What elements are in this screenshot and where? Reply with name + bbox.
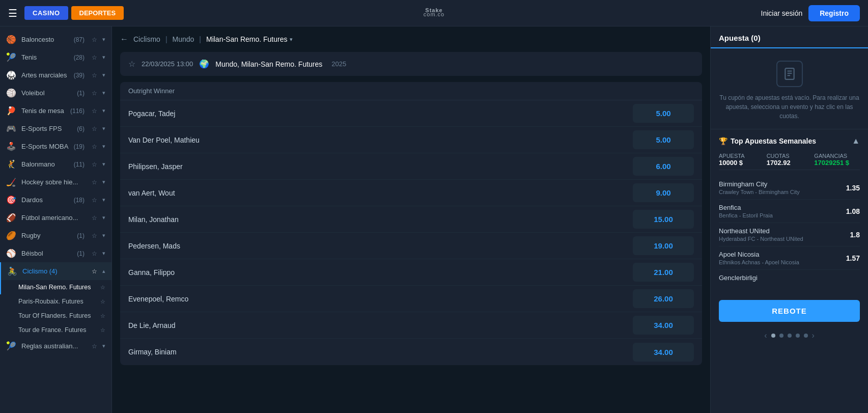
event-title: Mundo, Milan-San Remo. Futures — [215, 60, 322, 68]
sidebar-item-label: Voleibol — [21, 89, 72, 97]
breadcrumb-sport[interactable]: Ciclismo — [133, 35, 160, 43]
sidebar-item-label: Ciclismo (4) — [22, 267, 87, 275]
sidebar-item-tenis-mesa[interactable]: 🏓 Tenis de mesa (116) ☆ ▾ — [0, 102, 111, 120]
carousel-dot-5[interactable] — [804, 334, 808, 338]
sub-star-icon[interactable]: ☆ — [100, 298, 105, 305]
odds-button[interactable]: 6.00 — [633, 157, 694, 176]
carousel-dot-2[interactable] — [779, 334, 783, 338]
sub-star-icon[interactable]: ☆ — [100, 313, 105, 319]
odds-button[interactable]: 9.00 — [633, 183, 694, 202]
apuesta-odds: 1.8 — [850, 231, 860, 239]
breadcrumb-chevron-icon: ▾ — [290, 36, 293, 43]
apuesta-item[interactable]: Northeast UNited Hyderabad FC - Northeas… — [719, 223, 860, 246]
odds-button[interactable]: 34.00 — [633, 343, 694, 362]
sidebar-sub-item-paris-roubaix[interactable]: Paris-Roubaix. Futures ☆ — [0, 294, 111, 309]
sidebar-item-balonmano[interactable]: 🤾 Balonmano (11) ☆ ▾ — [0, 155, 111, 173]
rebote-button[interactable]: REBOTE — [719, 300, 860, 322]
sidebar-item-label: E-Sports FPS — [21, 125, 72, 132]
apuesta-item[interactable]: Genclerbirligi — [719, 270, 860, 287]
sidebar-sub-item-tour-france[interactable]: Tour de France. Futures ☆ — [0, 323, 111, 337]
apuesta-col-value: 10000 $ — [719, 159, 765, 167]
sidebar-item-futbol-americano[interactable]: 🏈 Fútbol americano... ☆ ▾ — [0, 209, 111, 227]
star-icon[interactable]: ☆ — [92, 125, 97, 132]
star-icon[interactable]: ☆ — [92, 232, 97, 239]
apuesta-item[interactable]: Benfica Benfica - Estoril Praia 1.08 — [719, 200, 860, 223]
sidebar-item-label: Rugby — [21, 232, 72, 239]
odds-competitor-name: Pogacar, Tadej — [128, 109, 633, 118]
collapse-icon[interactable]: ▲ — [852, 136, 860, 146]
odds-button[interactable]: 34.00 — [633, 316, 694, 335]
sidebar-sub-item-tour-flanders[interactable]: Tour Of Flanders. Futures ☆ — [0, 309, 111, 323]
odds-button[interactable]: 15.00 — [633, 210, 694, 229]
chevron-down-icon: ▾ — [102, 343, 105, 349]
menu-icon[interactable]: ☰ — [8, 7, 17, 19]
login-button[interactable]: Iniciar sesión — [761, 9, 803, 17]
sidebar-item-tenis[interactable]: 🎾 Tenis (28) ☆ ▾ — [0, 48, 111, 66]
carousel-prev-icon[interactable]: ‹ — [764, 331, 767, 340]
sidebar-item-esports-moba[interactable]: 🕹️ E-Sports MOBA (19) ☆ ▾ — [0, 137, 111, 155]
apuesta-item[interactable]: Apoel Nicosia Ethnikos Achnas - Apoel Ni… — [719, 246, 860, 270]
odds-row: Ganna, Filippo 21.00 — [120, 259, 702, 286]
event-star-icon[interactable]: ☆ — [128, 59, 135, 69]
star-icon[interactable]: ☆ — [92, 268, 97, 275]
back-arrow[interactable]: ← — [120, 35, 128, 44]
sidebar-item-baloncesto[interactable]: 🏀 Baloncesto (87) ☆ ▾ — [0, 31, 111, 48]
odds-button[interactable]: 5.00 — [633, 130, 694, 149]
star-icon[interactable]: ☆ — [92, 179, 97, 186]
star-icon[interactable]: ☆ — [92, 36, 97, 43]
sidebar-item-dardos[interactable]: 🎯 Dardos (18) ☆ ▾ — [0, 191, 111, 209]
star-icon[interactable]: ☆ — [92, 161, 97, 168]
carousel-dot-4[interactable] — [796, 334, 800, 338]
star-icon[interactable]: ☆ — [92, 90, 97, 97]
star-icon[interactable]: ☆ — [92, 214, 97, 222]
sidebar-sub-item-milan-san-remo[interactable]: Milan-San Remo. Futures ☆ — [0, 280, 111, 294]
odds-button[interactable]: 26.00 — [633, 289, 694, 308]
sub-star-icon[interactable]: ☆ — [100, 284, 105, 291]
top-apuestas-section: 🏆 Top Apuestas Semanales ▲ APUESTA 10000… — [711, 129, 868, 294]
star-icon[interactable]: ☆ — [92, 197, 97, 204]
star-icon[interactable]: ☆ — [92, 54, 97, 61]
esports-fps-icon: 🎮 — [6, 124, 16, 133]
sidebar-item-voleibol[interactable]: 🏐 Voleibol (1) ☆ ▾ — [0, 84, 111, 102]
sport-count: (6) — [77, 125, 85, 132]
breadcrumb-region[interactable]: Mundo — [173, 35, 194, 43]
sidebar-item-esports-fps[interactable]: 🎮 E-Sports FPS (6) ☆ ▾ — [0, 120, 111, 137]
sidebar-item-label: Reglas australian... — [21, 342, 87, 350]
sidebar-item-hockey[interactable]: 🏒 Hockey sobre hie... ☆ ▾ — [0, 173, 111, 191]
odds-competitor-name: Evenepoel, Remco — [128, 295, 633, 303]
apuesta-team: Apoel Nicosia — [719, 251, 846, 258]
carousel-next-icon[interactable]: › — [812, 331, 815, 340]
apuesta-info: Benfica Benfica - Estoril Praia — [719, 204, 846, 218]
sidebar-item-label: Balonmano — [21, 160, 69, 168]
sub-star-icon[interactable]: ☆ — [100, 327, 105, 334]
artes-icon: 🥋 — [6, 70, 16, 80]
right-panel: Apuesta (0) Tu cupón de apuestas está va… — [710, 26, 868, 413]
star-icon[interactable]: ☆ — [92, 107, 97, 115]
apuesta-team: Benfica — [719, 204, 846, 211]
apuesta-item[interactable]: Birmingham City Crawley Town - Birmingha… — [719, 176, 860, 200]
sidebar-item-beisbol[interactable]: ⚾ Béisbol (1) ☆ ▾ — [0, 244, 111, 262]
star-icon[interactable]: ☆ — [92, 250, 97, 257]
star-icon[interactable]: ☆ — [92, 72, 97, 79]
carousel-dot-1[interactable] — [771, 334, 775, 338]
sidebar-item-label: E-Sports MOBA — [21, 143, 69, 150]
carousel-dot-3[interactable] — [788, 334, 792, 338]
apuesta-info: Genclerbirligi — [719, 274, 860, 283]
odds-button[interactable]: 5.00 — [633, 104, 694, 123]
odds-button[interactable]: 21.00 — [633, 263, 694, 282]
breadcrumb-event[interactable]: Milan-San Remo. Futures ▾ — [206, 35, 293, 43]
sidebar-item-rugby[interactable]: 🏉 Rugby (1) ☆ ▾ — [0, 227, 111, 244]
casino-button[interactable]: CASINO — [24, 6, 68, 20]
odds-button[interactable]: 19.00 — [633, 236, 694, 255]
chevron-down-icon: ▾ — [102, 107, 105, 114]
top-apuestas-title: 🏆 Top Apuestas Semanales — [719, 137, 816, 145]
sidebar-item-reglas-australian[interactable]: 🎾 Reglas australian... ☆ ▾ — [0, 337, 111, 355]
sidebar-item-ciclismo[interactable]: 🚴 Ciclismo (4) ☆ ▴ — [0, 262, 111, 280]
bet-slip-header: Apuesta (0) — [711, 26, 868, 48]
odds-competitor-name: Pedersen, Mads — [128, 242, 633, 250]
star-icon[interactable]: ☆ — [92, 343, 97, 350]
sidebar-item-artes-marciales[interactable]: 🥋 Artes marciales (39) ☆ ▾ — [0, 66, 111, 84]
deportes-button[interactable]: DEPORTES — [71, 6, 124, 20]
register-button[interactable]: Registro — [808, 5, 860, 21]
star-icon[interactable]: ☆ — [92, 143, 97, 150]
